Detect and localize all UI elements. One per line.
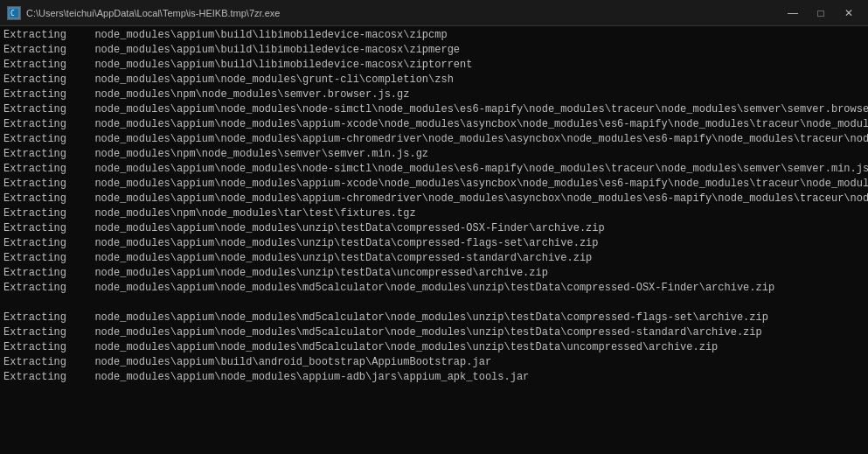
minimize-button[interactable]: — xyxy=(781,4,805,22)
console-area: Extracting node_modules\appium\build\lib… xyxy=(0,26,868,454)
console-line: Extracting node_modules\appium\build\lib… xyxy=(3,28,865,43)
svg-text:C: C xyxy=(10,10,15,17)
extracting-label: Extracting xyxy=(3,311,82,325)
app-icon: C xyxy=(7,6,21,20)
extracting-label: Extracting xyxy=(3,162,82,177)
extracting-label: Extracting xyxy=(3,147,82,162)
console-line: Extracting node_modules\npm\node_modules… xyxy=(3,206,865,221)
title-bar: C C:\Users\teichui\AppData\Local\Temp\is… xyxy=(0,0,868,26)
console-line: Extracting node_modules\appium\build\lib… xyxy=(3,43,865,58)
extracting-label: Extracting xyxy=(3,102,82,117)
console-line: Extracting node_modules\appium\build\lib… xyxy=(3,58,865,73)
extracting-label: Extracting xyxy=(3,325,82,340)
extracting-label: Extracting xyxy=(3,73,82,87)
console-line: Extracting node_modules\appium\node_modu… xyxy=(3,236,865,251)
extracting-label: Extracting xyxy=(3,221,82,236)
extracting-label: Extracting xyxy=(3,192,82,206)
console-output[interactable]: Extracting node_modules\appium\build\lib… xyxy=(0,28,868,452)
extracting-label: Extracting xyxy=(3,340,82,355)
extracting-label: Extracting xyxy=(3,117,82,132)
extracting-label: Extracting xyxy=(3,206,82,221)
close-button[interactable]: ✕ xyxy=(837,4,861,22)
console-line: Extracting node_modules\appium\node_modu… xyxy=(3,370,865,385)
extracting-label: Extracting xyxy=(3,355,82,370)
console-line: Extracting node_modules\appium\node_modu… xyxy=(3,117,865,132)
console-line: Extracting node_modules\appium\node_modu… xyxy=(3,221,865,236)
console-line: Extracting node_modules\appium\node_modu… xyxy=(3,281,865,296)
console-line: Extracting node_modules\appium\node_modu… xyxy=(3,73,865,87)
console-line: Extracting node_modules\appium\node_modu… xyxy=(3,325,865,340)
console-line: Extracting node_modules\npm\node_modules… xyxy=(3,147,865,162)
console-line: Extracting node_modules\appium\node_modu… xyxy=(3,251,865,266)
extracting-label: Extracting xyxy=(3,43,82,58)
console-line xyxy=(3,296,865,311)
extracting-label: Extracting xyxy=(3,251,82,266)
console-line: Extracting node_modules\appium\node_modu… xyxy=(3,311,865,325)
console-line: Extracting node_modules\appium\node_modu… xyxy=(3,266,865,281)
console-line: Extracting node_modules\appium\build\and… xyxy=(3,355,865,370)
extracting-label: Extracting xyxy=(3,177,82,192)
window-title: C:\Users\teichui\AppData\Local\Temp\is-H… xyxy=(26,8,280,18)
maximize-button[interactable]: □ xyxy=(809,4,833,22)
extracting-label: Extracting xyxy=(3,266,82,281)
extracting-label: Extracting xyxy=(3,281,82,296)
window: C C:\Users\teichui\AppData\Local\Temp\is… xyxy=(0,0,868,454)
console-line: Extracting node_modules\appium\node_modu… xyxy=(3,132,865,147)
console-line: Extracting node_modules\appium\node_modu… xyxy=(3,340,865,355)
extracting-label: Extracting xyxy=(3,132,82,147)
console-line: Extracting node_modules\npm\node_modules… xyxy=(3,87,865,102)
console-line: Extracting node_modules\appium\node_modu… xyxy=(3,177,865,192)
window-controls: — □ ✕ xyxy=(781,4,861,22)
extracting-label: Extracting xyxy=(3,370,82,385)
extracting-label: Extracting xyxy=(3,28,82,43)
extracting-label: Extracting xyxy=(3,87,82,102)
extracting-label: Extracting xyxy=(3,58,82,73)
title-bar-left: C C:\Users\teichui\AppData\Local\Temp\is… xyxy=(7,6,280,20)
console-line: Extracting node_modules\appium\node_modu… xyxy=(3,102,865,117)
console-line: Extracting node_modules\appium\node_modu… xyxy=(3,192,865,206)
extracting-label: Extracting xyxy=(3,236,82,251)
console-line: Extracting node_modules\appium\node_modu… xyxy=(3,162,865,177)
